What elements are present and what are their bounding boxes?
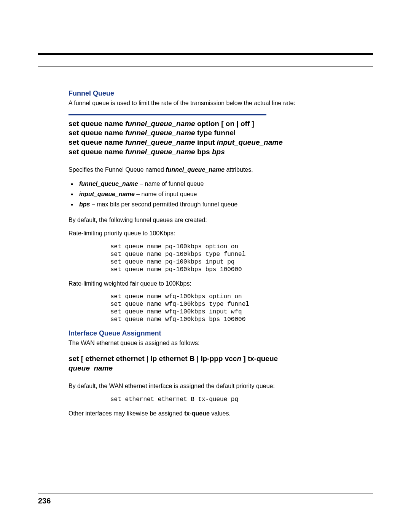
footer-rule	[38, 493, 373, 494]
cmd-text: set queue name	[68, 148, 125, 156]
cmd-line-3: set queue name funnel_queue_name input i…	[68, 138, 342, 147]
text: – name of funnel queue	[138, 181, 204, 187]
interface-intro: The WAN ethernet queue is assigned as fo…	[68, 339, 342, 347]
cmd-var: funnel_queue_name	[125, 129, 195, 137]
rate-wfq-label: Rate-limiting weighted fair queue to 100…	[68, 280, 342, 288]
cmd-var: bps	[212, 148, 225, 156]
text: Other interfaces may likewise be assigne…	[68, 410, 184, 417]
top-thin-rule	[38, 66, 373, 67]
text: – name of input queue	[135, 191, 197, 197]
cmd-text: set queue name	[68, 129, 125, 137]
term: bps	[79, 201, 90, 208]
funnel-default-text: By default, the following funnel queues …	[68, 216, 342, 224]
rate-pq-label: Rate-limiting priority queue to 100Kbps:	[68, 229, 342, 238]
cmd-line-2: set queue name funnel_queue_name type fu…	[68, 128, 342, 138]
section-heading-funnel-queue: Funnel Queue	[68, 89, 342, 97]
cmd-var: input_queue_name	[217, 138, 283, 146]
term: funnel_queue_name	[79, 181, 138, 187]
cmd-text: set queue name	[68, 120, 125, 128]
top-thick-rule	[38, 53, 373, 55]
cmd-text: type funnel	[195, 129, 236, 137]
code-block-interface: set ethernet ethernet B tx-queue pq	[110, 396, 342, 403]
cmd-text: ] tx-queue	[241, 355, 278, 363]
cmd-text: input	[195, 138, 217, 146]
cmd-var: n	[237, 355, 241, 363]
funnel-desc: Specifies the Funnel Queue named funnel_…	[68, 166, 342, 174]
text: values.	[210, 410, 231, 417]
code-block-pq: set queue name pq-100kbps option on set …	[110, 243, 342, 273]
term: input_queue_name	[79, 191, 135, 197]
list-item: input_queue_name – name of input queue	[71, 190, 342, 198]
section-heading-interface-queue: Interface Queue Assignment	[68, 329, 342, 337]
text: – max bits per second permitted through …	[90, 201, 237, 208]
blue-rule-1	[68, 114, 266, 115]
funnel-command-syntax: set queue name funnel_queue_name option …	[68, 119, 342, 157]
cmd-var: funnel_queue_name	[125, 148, 195, 156]
funnel-bullet-list: funnel_queue_name – name of funnel queue…	[71, 179, 342, 209]
cmd-var: funnel_queue_name	[125, 138, 195, 146]
cmd-text: set queue name	[68, 138, 125, 146]
cmd-line-1: set queue name funnel_queue_name option …	[68, 119, 342, 129]
cmd-var: funnel_queue_name	[125, 120, 195, 128]
interface-command-syntax: set [ ethernet ethernet | ip ethernet B …	[68, 354, 342, 373]
page-footer: 236	[38, 493, 373, 505]
content-area: Funnel Queue A funnel queue is used to l…	[68, 89, 342, 417]
cmd-line-4: set queue name funnel_queue_name bps bps	[68, 147, 342, 157]
bold-text: tx-queue	[184, 410, 210, 417]
code-block-wfq: set queue name wfq-100kbps option on set…	[110, 293, 342, 323]
funnel-intro: A funnel queue is used to limit the rate…	[68, 99, 342, 107]
text: Specifies the Funnel Queue named	[68, 166, 166, 173]
list-item: funnel_queue_name – name of funnel queue	[71, 179, 342, 188]
doc-page: Funnel Queue A funnel queue is used to l…	[0, 0, 411, 532]
cmd-text: bps	[195, 148, 212, 156]
page-number: 236	[38, 497, 373, 505]
interface-other-text: Other interfaces may likewise be assigne…	[68, 409, 342, 418]
cmd-text: set [ ethernet ethernet | ip ethernet B …	[68, 355, 237, 363]
cmd-text: option [ on | off ]	[195, 120, 254, 128]
list-item: bps – max bits per second permitted thro…	[71, 200, 342, 209]
cmd-var: queue_name	[68, 364, 113, 372]
term: funnel_queue_name	[166, 166, 225, 173]
interface-default-text: By default, the WAN ethernet interface i…	[68, 382, 342, 390]
text: attributes.	[225, 166, 253, 173]
